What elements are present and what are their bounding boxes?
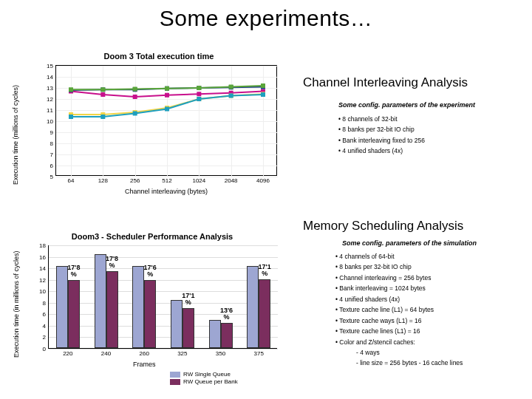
svg-rect-27: [261, 92, 265, 97]
section2-params-list: 4 channels of 64-bit8 banks per 32-bit I…: [335, 251, 463, 369]
bar: [144, 280, 156, 348]
section1-params-list: 8 channels of 32-bit8 banks per 32-bit I…: [338, 114, 425, 157]
y-tick-label: 13: [47, 85, 56, 92]
legend-label: RW Single Queue: [183, 371, 231, 378]
y-tick-label: 16: [39, 253, 49, 260]
bar: [221, 323, 233, 348]
y-tick-label: 11: [47, 107, 56, 114]
bar: [106, 271, 118, 348]
bar: [68, 280, 80, 348]
y-tick-label: 12: [47, 96, 56, 103]
y-tick-label: 14: [39, 265, 49, 272]
bar: [247, 266, 259, 348]
svg-rect-25: [197, 97, 201, 101]
bar-annotation: 17'1%: [182, 293, 194, 306]
channel-interleaving-chart: Doom 3 Total execution time Execution ti…: [26, 52, 292, 207]
y-tick-label: 15: [47, 63, 56, 69]
param-item: 8 banks per 32-bit IO chip: [338, 124, 425, 134]
bar: [259, 279, 270, 348]
section2-params-header: Some config. parameters of the simulatio…: [342, 239, 477, 247]
svg-rect-26: [229, 94, 233, 98]
y-tick-label: 0: [43, 346, 49, 352]
param-item: Color and Z/stencil caches:: [335, 337, 463, 347]
svg-rect-23: [133, 112, 137, 116]
chart2-ylabel: Execution time (in millions of cycles): [13, 239, 20, 358]
legend-per-bank: RW Queue per Bank: [170, 378, 238, 385]
bar: [209, 320, 221, 349]
section1-title: Channel Interleaving Analysis: [303, 75, 468, 90]
y-tick-label: 2: [43, 334, 49, 341]
param-item: 8 banks per 32-bit IO chip: [335, 262, 463, 272]
chart1-ylabel: Execution time (millions of cycles): [12, 66, 19, 185]
slide-title: Some experiments…: [0, 6, 532, 31]
svg-rect-1: [100, 92, 105, 97]
bar-annotation: 17'1%: [259, 264, 271, 277]
svg-rect-30: [133, 87, 137, 92]
param-sub-item: - 4 ways: [335, 347, 463, 358]
y-tick-label: 9: [50, 129, 56, 136]
x-tick-label: 240: [101, 348, 111, 357]
param-item: Texture cache lines (L1) = 16: [335, 326, 463, 336]
x-tick-label: 220: [63, 348, 72, 357]
svg-rect-22: [100, 115, 105, 119]
svg-rect-3: [165, 93, 169, 98]
param-item: 8 channels of 32-bit: [338, 114, 425, 124]
legend-label: RW Queue per Bank: [183, 378, 238, 385]
bar: [95, 254, 106, 348]
param-item: Bank interleaving = 1024 bytes: [335, 283, 463, 293]
bar-annotation: 17'8%: [67, 265, 80, 278]
svg-rect-2: [133, 95, 137, 99]
param-sub-item: - line size = 256 bytes - 16 cache lines: [335, 358, 463, 368]
y-tick-label: 7: [50, 151, 56, 158]
y-tick-label: 18: [39, 242, 49, 249]
y-tick-label: 8: [43, 299, 49, 306]
x-tick-label: 260: [139, 348, 149, 357]
param-item: Channel interleaving = 256 bytes: [335, 273, 463, 283]
y-tick-label: 6: [43, 311, 49, 318]
svg-rect-24: [165, 107, 169, 112]
bar: [56, 266, 68, 348]
svg-rect-33: [229, 85, 233, 89]
y-tick-label: 10: [47, 118, 56, 125]
chart1-title: Doom 3 Total execution time: [26, 52, 292, 64]
y-tick-label: 6: [50, 163, 56, 169]
section1-params-header: Some config. parameters of the experimen…: [338, 101, 475, 109]
svg-rect-34: [261, 83, 265, 88]
param-item: Bank interleaving fixed to 256: [338, 135, 425, 146]
x-tick-label: 325: [177, 348, 187, 357]
y-tick-label: 14: [47, 74, 56, 81]
bar: [183, 308, 194, 348]
y-tick-label: 4: [43, 322, 49, 329]
bar: [132, 266, 144, 348]
param-item: Texture cache ways (L1) = 16: [335, 316, 463, 326]
svg-rect-4: [197, 92, 201, 96]
y-tick-label: 10: [39, 288, 49, 295]
bar: [171, 300, 183, 348]
x-tick-label: 375: [253, 348, 263, 357]
y-tick-label: 12: [39, 276, 49, 283]
param-item: Texture cache line (L1) = 64 bytes: [335, 304, 463, 315]
param-item: 4 unified shaders (4x): [335, 294, 463, 304]
bar-annotation: 17'6%: [144, 265, 157, 278]
y-tick-label: 5: [50, 174, 56, 180]
chart1-xlabel: Channel interleaving (bytes): [100, 188, 233, 195]
svg-rect-31: [165, 86, 169, 91]
svg-rect-32: [197, 86, 201, 90]
y-tick-label: 8: [50, 140, 56, 147]
x-tick-label: 350: [216, 348, 225, 357]
section2-title: Memory Scheduling Analysis: [303, 219, 463, 233]
legend-single-queue: RW Single Queue: [170, 371, 231, 378]
bar-annotation: 13'6%: [220, 307, 233, 321]
svg-rect-21: [69, 115, 73, 119]
bar-annotation: 17'8%: [106, 256, 118, 269]
svg-rect-29: [100, 87, 105, 92]
scheduler-performance-chart: Doom3 - Scheduler Performance Analysis E…: [15, 232, 290, 384]
param-item: 4 unified shaders (4x): [338, 146, 425, 156]
svg-rect-28: [69, 87, 73, 92]
chart2-title: Doom3 - Scheduler Performance Analysis: [15, 232, 290, 244]
chart2-xlabel: Frames: [133, 361, 156, 368]
param-item: 4 channels of 64-bit: [335, 251, 463, 262]
